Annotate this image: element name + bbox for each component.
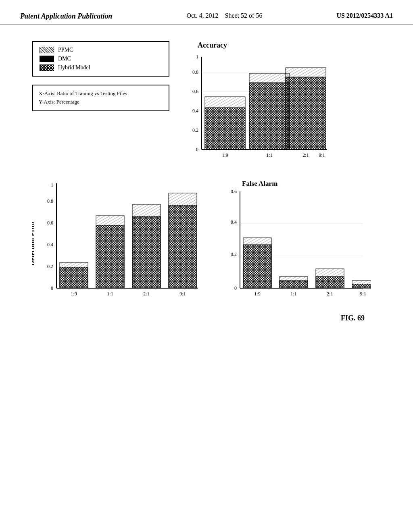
svg-text:1:9: 1:9 <box>254 291 260 297</box>
svg-rect-62 <box>316 276 344 288</box>
svg-rect-59 <box>280 281 308 288</box>
charts-wrapper: PPMC DMC Hybrid Model X-Axis: Ratio of T… <box>24 41 389 322</box>
svg-text:1: 1 <box>196 54 198 60</box>
publication-date-sheet: Oct. 4, 2012 Sheet 52 of 56 <box>186 12 262 19</box>
legend-item-ppmc: PPMC <box>40 47 162 53</box>
svg-text:0.2: 0.2 <box>47 264 53 269</box>
svg-text:1:1: 1:1 <box>290 291 296 297</box>
svg-rect-65 <box>352 284 371 288</box>
hybrid-swatch <box>40 64 54 71</box>
legend-panel: PPMC DMC Hybrid Model X-Axis: Ratio of T… <box>32 41 169 111</box>
svg-text:0.2: 0.2 <box>192 127 198 133</box>
x-axis-info: X-Axis: Ratio of Training vs Testing Fil… <box>39 89 163 98</box>
svg-text:0.2: 0.2 <box>231 251 237 257</box>
svg-text:1:1: 1:1 <box>107 291 113 297</box>
svg-text:2:1: 2:1 <box>302 152 309 158</box>
svg-text:2:1: 2:1 <box>143 291 149 297</box>
svg-rect-43 <box>169 205 197 288</box>
false-alarm-container: False Alarm 0 0.2 0.4 0.6 <box>218 179 381 310</box>
legend-item-hybrid: Hybrid Model <box>40 64 162 71</box>
svg-text:0.8: 0.8 <box>47 198 53 204</box>
page-header: Patent Application Publication Oct. 4, 2… <box>0 0 413 25</box>
svg-text:9:1: 9:1 <box>179 291 186 297</box>
publication-title: Patent Application Publication <box>20 12 112 21</box>
y-axis-info: Y-Axis: Percentage <box>39 98 163 106</box>
axis-info-box: X-Axis: Ratio of Training vs Testing Fil… <box>32 85 169 111</box>
svg-rect-34 <box>60 267 88 288</box>
detection-prob-svg: Detection Prob 0 0.2 0.4 0.6 0.8 1 1:9 <box>32 179 206 308</box>
svg-text:0.6: 0.6 <box>192 89 198 94</box>
svg-text:2:1: 2:1 <box>327 291 333 297</box>
bottom-row: Detection Prob 0 0.2 0.4 0.6 0.8 1 1:9 <box>32 179 381 310</box>
ppmc-swatch <box>40 47 54 53</box>
top-row: PPMC DMC Hybrid Model X-Axis: Ratio of T… <box>32 41 381 167</box>
accuracy-title: Accuracy <box>198 41 381 50</box>
ppmc-label: PPMC <box>58 47 73 53</box>
figure-label-container: FIG. 69 <box>32 314 381 322</box>
svg-text:0.6: 0.6 <box>47 220 53 226</box>
svg-rect-13 <box>205 108 245 150</box>
hybrid-label: Hybrid Model <box>58 64 90 71</box>
svg-rect-56 <box>243 245 271 288</box>
svg-text:0.4: 0.4 <box>47 242 53 247</box>
svg-text:9:1: 9:1 <box>319 152 325 158</box>
svg-rect-16 <box>249 83 290 150</box>
sheet-info: Sheet 52 of 56 <box>225 12 263 19</box>
svg-text:0: 0 <box>196 147 198 152</box>
legend-item-dmc: DMC <box>40 56 162 62</box>
svg-text:Detection Prob: Detection Prob <box>32 222 36 266</box>
svg-text:False Alarm: False Alarm <box>242 180 277 187</box>
accuracy-chart-container: Accuracy 0 0.2 0.4 0.6 0.8 1 <box>181 41 381 167</box>
svg-text:0.6: 0.6 <box>231 189 237 194</box>
svg-text:9:1: 9:1 <box>360 291 366 297</box>
figure-label: FIG. 69 <box>341 314 365 322</box>
svg-text:1: 1 <box>51 182 53 188</box>
svg-text:0.4: 0.4 <box>192 108 198 114</box>
accuracy-chart-svg: 0 0.2 0.4 0.6 0.8 1 1:9 <box>181 53 335 166</box>
svg-text:0: 0 <box>234 285 237 291</box>
main-content: PPMC DMC Hybrid Model X-Axis: Ratio of T… <box>0 25 413 339</box>
patent-number: US 2012/0254333 A1 <box>336 12 393 19</box>
svg-rect-19 <box>286 77 326 150</box>
dmc-label: DMC <box>58 56 71 62</box>
legend-box: PPMC DMC Hybrid Model <box>32 41 169 77</box>
svg-text:1:1: 1:1 <box>266 152 272 158</box>
false-alarm-svg: False Alarm 0 0.2 0.4 0.6 <box>218 179 371 308</box>
svg-text:0.4: 0.4 <box>231 219 237 225</box>
svg-text:1:9: 1:9 <box>71 291 77 297</box>
dmc-swatch <box>40 56 54 62</box>
detection-prob-container: Detection Prob 0 0.2 0.4 0.6 0.8 1 1:9 <box>32 179 206 310</box>
svg-text:1:9: 1:9 <box>222 152 228 158</box>
svg-text:0.8: 0.8 <box>192 69 198 75</box>
svg-text:0: 0 <box>51 285 53 291</box>
svg-rect-37 <box>96 225 124 288</box>
publication-date: Oct. 4, 2012 <box>186 12 218 19</box>
svg-rect-40 <box>132 216 161 288</box>
